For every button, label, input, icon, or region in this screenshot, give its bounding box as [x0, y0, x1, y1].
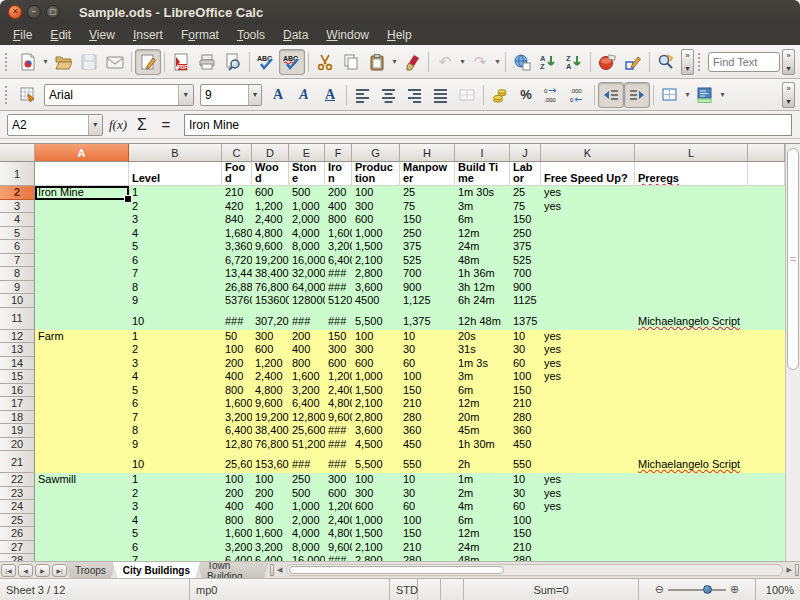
cut-icon[interactable]: [312, 49, 338, 75]
decrease-indent-icon[interactable]: [598, 82, 624, 108]
cell-I9[interactable]: 3h 12m: [455, 281, 510, 295]
cell-L19[interactable]: [635, 424, 748, 438]
styles-and-formatting-icon[interactable]: [15, 82, 41, 108]
cell-D26[interactable]: 1,600: [252, 527, 289, 541]
cell-D17[interactable]: 9,600: [252, 397, 289, 411]
cell-partial-14[interactable]: [748, 357, 785, 371]
cell-D14[interactable]: 1,200: [252, 357, 289, 371]
page-preview-icon[interactable]: [220, 49, 246, 75]
cell-I21[interactable]: 2h: [455, 451, 510, 473]
cell-H4[interactable]: 150: [400, 213, 455, 227]
cell-J1[interactable]: Labor: [510, 162, 541, 186]
cell-D25[interactable]: 800: [252, 514, 289, 528]
row-header-13[interactable]: 13: [0, 343, 35, 357]
cell-H21[interactable]: 550: [400, 451, 455, 473]
horizontal-scrollbar-thumb[interactable]: [289, 566, 504, 574]
cell-I28[interactable]: 48m: [455, 554, 510, 561]
cell-K1[interactable]: Free Speed Up?: [541, 162, 635, 186]
row-header-18[interactable]: 18: [0, 411, 35, 425]
cell-B1[interactable]: Level: [129, 162, 222, 186]
cell-G11[interactable]: 5,500: [352, 308, 400, 330]
cell-J18[interactable]: 280: [510, 411, 541, 425]
name-box[interactable]: ▾: [7, 114, 103, 136]
scroll-right-icon[interactable]: ▶: [785, 562, 794, 578]
cell-K20[interactable]: [541, 438, 635, 452]
cell-C26[interactable]: 1,600: [222, 527, 252, 541]
cell-D20[interactable]: 76,800: [252, 438, 289, 452]
cell-F9[interactable]: ###: [325, 281, 352, 295]
cell-J12[interactable]: 10: [510, 330, 541, 344]
cell-A26[interactable]: [35, 527, 129, 541]
cell-J16[interactable]: 150: [510, 384, 541, 398]
cell-E25[interactable]: 2,000: [289, 514, 325, 528]
cell-partial-10[interactable]: [748, 294, 785, 308]
cell-L13[interactable]: [635, 343, 748, 357]
cell-D4[interactable]: 2,400: [252, 213, 289, 227]
cell-A9[interactable]: [35, 281, 129, 295]
cell-L4[interactable]: [635, 213, 748, 227]
cell-E21[interactable]: ###: [289, 451, 325, 473]
cell-A10[interactable]: [35, 294, 129, 308]
cell-L27[interactable]: [635, 541, 748, 555]
find-text-input[interactable]: [708, 52, 780, 72]
cell-C24[interactable]: 400: [222, 500, 252, 514]
underline-icon[interactable]: A: [317, 82, 343, 108]
font-size-combo[interactable]: ▾: [200, 84, 262, 106]
row-header-10[interactable]: 10: [0, 294, 35, 308]
cell-G7[interactable]: 2,100: [352, 254, 400, 268]
sheet-tab-troops[interactable]: Troops: [65, 562, 116, 578]
column-header-D[interactable]: D: [252, 144, 289, 162]
cell-K10[interactable]: [541, 294, 635, 308]
row-header-25[interactable]: 25: [0, 514, 35, 528]
cell-F11[interactable]: ###: [325, 308, 352, 330]
cell-G3[interactable]: 300: [352, 200, 400, 214]
cell-K21[interactable]: [541, 451, 635, 473]
cell-K19[interactable]: [541, 424, 635, 438]
cell-L10[interactable]: [635, 294, 748, 308]
undo-dropdown-icon[interactable]: ▾: [458, 57, 467, 66]
cell-E17[interactable]: 6,400: [289, 397, 325, 411]
cell-C11[interactable]: ###: [222, 308, 252, 330]
cell-G5[interactable]: 1,000: [352, 227, 400, 241]
cell-A1[interactable]: [35, 162, 129, 186]
cell-E8[interactable]: 32,000: [289, 267, 325, 281]
cell-C8[interactable]: 13,440: [222, 267, 252, 281]
bold-icon[interactable]: A: [265, 82, 291, 108]
cell-E16[interactable]: 3,200: [289, 384, 325, 398]
cell-J6[interactable]: 375: [510, 240, 541, 254]
cell-F19[interactable]: ###: [325, 424, 352, 438]
function-wizard-icon[interactable]: f(x): [106, 114, 130, 136]
align-center-icon[interactable]: [376, 82, 402, 108]
cell-L24[interactable]: [635, 500, 748, 514]
cell-B19[interactable]: 8: [129, 424, 222, 438]
cell-C7[interactable]: 6,720: [222, 254, 252, 268]
cell-B10[interactable]: 9: [129, 294, 222, 308]
cell-H3[interactable]: 75: [400, 200, 455, 214]
cell-A11[interactable]: [35, 308, 129, 330]
undo-icon[interactable]: ↶: [432, 49, 458, 75]
cell-E9[interactable]: 64,000: [289, 281, 325, 295]
row-header-7[interactable]: 7: [0, 254, 35, 268]
cell-K7[interactable]: [541, 254, 635, 268]
cell-G27[interactable]: 2,100: [352, 541, 400, 555]
column-header-E[interactable]: E: [289, 144, 325, 162]
cell-E28[interactable]: 16,000: [289, 554, 325, 561]
cell-C18[interactable]: 3,200: [222, 411, 252, 425]
cell-E3[interactable]: 1,000: [289, 200, 325, 214]
cell-L22[interactable]: [635, 473, 748, 487]
next-sheet-icon[interactable]: ▶: [35, 564, 50, 577]
cell-L21[interactable]: Michaelangelo Script: [635, 451, 748, 473]
spelling-icon[interactable]: ABC: [253, 49, 279, 75]
cell-K17[interactable]: [541, 397, 635, 411]
cell-F15[interactable]: 1,200: [325, 370, 352, 384]
cell-L11[interactable]: Michaelangelo Script: [635, 308, 748, 330]
cell-G16[interactable]: 1,500: [352, 384, 400, 398]
cell-H17[interactable]: 210: [400, 397, 455, 411]
cell-D24[interactable]: 400: [252, 500, 289, 514]
column-header-G[interactable]: G: [352, 144, 400, 162]
cell-B20[interactable]: 9: [129, 438, 222, 452]
cell-B21[interactable]: 10: [129, 451, 222, 473]
cell-partial-28[interactable]: [748, 554, 785, 561]
cell-K13[interactable]: yes: [541, 343, 635, 357]
cell-A6[interactable]: [35, 240, 129, 254]
